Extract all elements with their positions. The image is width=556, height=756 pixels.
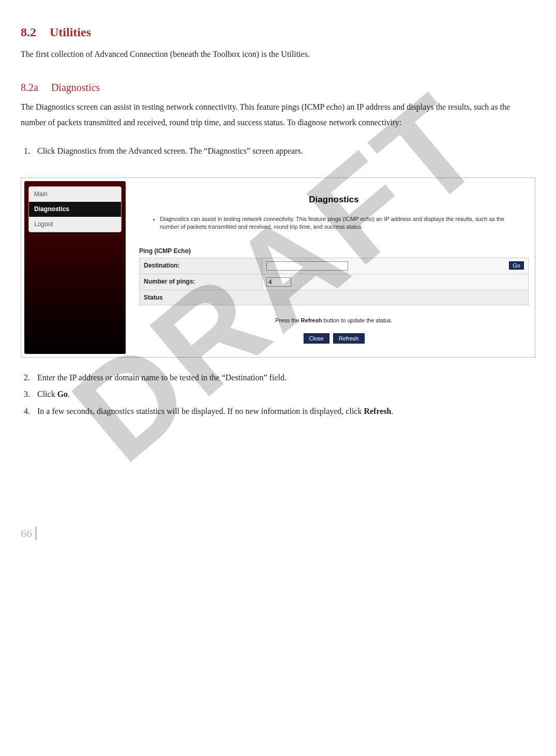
row-destination: Destination: Go bbox=[140, 258, 529, 274]
step-3: Click Go. bbox=[32, 387, 535, 402]
step-3-post: . bbox=[68, 390, 70, 398]
refresh-note-bold: Refresh bbox=[301, 317, 322, 323]
steps-before-screenshot: Click Diagnostics from the Advanced scre… bbox=[21, 143, 535, 159]
step-2-text: Enter the IP address or domain name to b… bbox=[37, 373, 287, 382]
status-label: Status bbox=[140, 290, 529, 305]
panel-description-list: Diagnostics can assist in testing networ… bbox=[160, 215, 523, 231]
refresh-button[interactable]: Refresh bbox=[333, 333, 365, 344]
pings-cell bbox=[262, 274, 529, 290]
ping-form: Destination: Go Number of pings: Status bbox=[139, 258, 529, 306]
section-intro: The first collection of Advanced Connect… bbox=[21, 47, 535, 62]
close-button[interactable]: Close bbox=[304, 333, 329, 344]
refresh-note-post: button to update the status. bbox=[322, 317, 393, 323]
destination-input[interactable] bbox=[266, 261, 348, 271]
page-number-block: 66 bbox=[21, 523, 535, 544]
sidebar: Main Diagnostics Logout bbox=[24, 181, 126, 354]
sidebar-card: Main Diagnostics Logout bbox=[28, 186, 122, 232]
sidebar-item-main[interactable]: Main bbox=[29, 187, 121, 202]
panel-description: Diagnostics can assist in testing networ… bbox=[160, 215, 523, 231]
section-heading: 8.2 Utilities bbox=[21, 21, 535, 45]
steps-after-screenshot: Enter the IP address or domain name to b… bbox=[21, 370, 535, 419]
row-number-of-pings: Number of pings: bbox=[140, 274, 529, 290]
row-status: Status bbox=[140, 290, 529, 305]
step-3-pre: Click bbox=[37, 390, 57, 398]
refresh-note: Press the Refresh button to update the s… bbox=[139, 317, 529, 324]
panel-heading: Diagnostics bbox=[139, 194, 529, 206]
form-title: Ping (ICMP Echo) bbox=[139, 247, 529, 256]
go-button[interactable]: Go bbox=[509, 261, 524, 270]
section-number: 8.2 bbox=[21, 25, 36, 39]
section-title: Utilities bbox=[50, 25, 91, 39]
destination-cell: Go bbox=[262, 258, 529, 274]
refresh-note-pre: Press the bbox=[275, 317, 301, 323]
pings-label: Number of pings: bbox=[140, 274, 262, 290]
step-2: Enter the IP address or domain name to b… bbox=[32, 370, 535, 386]
panel-button-row: Close Refresh bbox=[139, 333, 529, 344]
subsection-number: 8.2a bbox=[21, 82, 38, 93]
diagnostics-panel: Diagnostics Diagnostics can assist in te… bbox=[126, 181, 532, 354]
subsection-intro: The Diagnostics screen can assist in tes… bbox=[21, 99, 535, 131]
step-4-post: . bbox=[391, 407, 393, 416]
step-3-bold: Go bbox=[57, 390, 68, 398]
diagnostics-screenshot: Main Diagnostics Logout Diagnostics Diag… bbox=[21, 177, 535, 358]
step-4-pre: In a few seconds, diagnostics statistics… bbox=[37, 407, 364, 416]
step-4-bold: Refresh bbox=[364, 407, 391, 416]
subsection-heading: 8.2a Diagnostics bbox=[21, 78, 535, 97]
sidebar-item-diagnostics[interactable]: Diagnostics bbox=[29, 202, 121, 217]
step-4: In a few seconds, diagnostics statistics… bbox=[32, 404, 535, 419]
pings-input[interactable] bbox=[266, 277, 291, 287]
step-1: Click Diagnostics from the Advanced scre… bbox=[32, 143, 535, 159]
destination-label: Destination: bbox=[140, 258, 262, 274]
subsection-title: Diagnostics bbox=[51, 82, 100, 93]
sidebar-item-logout[interactable]: Logout bbox=[29, 217, 121, 232]
page-number-bar-icon bbox=[35, 527, 37, 540]
page-number: 66 bbox=[21, 527, 32, 540]
